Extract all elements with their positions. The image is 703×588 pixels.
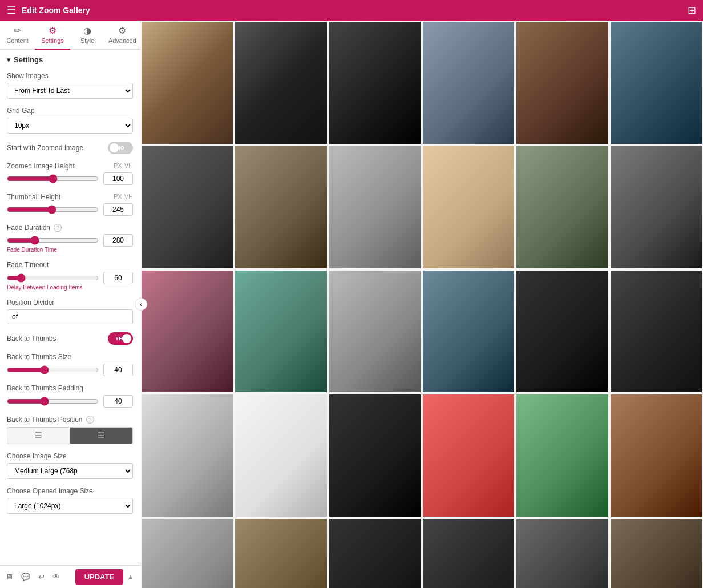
gallery-item[interactable]: [329, 394, 421, 517]
zoomed-height-range[interactable]: [7, 174, 99, 183]
vh-label: VH: [124, 162, 133, 169]
gallery-item[interactable]: [142, 22, 233, 144]
sidebar: ✏ Content ⚙ Settings ◑ Style ⚙ Advanced …: [0, 21, 140, 588]
back-to-thumbs-toggle[interactable]: YES: [108, 332, 133, 345]
choose-opened-row: Choose Opened Image Size Large (1024px) …: [7, 487, 133, 514]
chat-icon[interactable]: 💬: [21, 573, 30, 581]
fade-timeout-range[interactable]: [7, 273, 99, 283]
start-zoomed-label: Start with Zoomed Image: [7, 144, 83, 152]
fade-duration-slider-row: [7, 234, 133, 247]
gallery-item[interactable]: [329, 271, 421, 393]
grid-gap-row: Grid Gap 10px 5px 15px 20px: [7, 107, 133, 134]
fade-duration-input[interactable]: [103, 234, 133, 247]
gallery-item[interactable]: [516, 22, 608, 144]
choose-image-size-select[interactable]: Medium Large (768p Thumbnail Medium Larg…: [7, 463, 133, 479]
menu-icon[interactable]: ☰: [7, 4, 16, 17]
back-to-thumbs-padding-input[interactable]: [103, 395, 133, 408]
gallery-item[interactable]: [329, 22, 421, 144]
position-divider-input[interactable]: [7, 309, 133, 324]
thumbnail-height-range[interactable]: [7, 205, 99, 214]
back-to-thumbs-padding-range[interactable]: [7, 397, 99, 406]
gallery-item[interactable]: [423, 519, 514, 588]
gallery-item[interactable]: [235, 146, 326, 268]
gallery-item[interactable]: [235, 519, 326, 588]
gallery-item[interactable]: [235, 271, 326, 393]
gallery-item[interactable]: [142, 271, 233, 393]
fade-duration-label: Fade Duration: [7, 224, 50, 232]
start-zoomed-toggle[interactable]: NO: [108, 142, 133, 154]
gallery-item[interactable]: [142, 394, 233, 517]
back-to-thumbs-padding-slider-row: [7, 395, 133, 408]
show-images-label: Show Images: [7, 72, 133, 80]
gallery-item[interactable]: [235, 22, 326, 144]
choose-opened-select[interactable]: Large (1024px) Thumbnail Medium Medium L…: [7, 498, 133, 514]
grid-icon[interactable]: ⊞: [688, 4, 696, 17]
gallery-item[interactable]: [611, 519, 702, 588]
position-left-btn[interactable]: ☰: [7, 427, 70, 444]
back-to-thumbs-size-range[interactable]: [7, 365, 99, 374]
position-divider-label: Position Divider: [7, 299, 133, 307]
start-zoomed-row: Start with Zoomed Image NO: [7, 142, 133, 154]
fade-duration-sublabel: Fade Duration Time: [7, 247, 133, 253]
grid-gap-select[interactable]: 10px 5px 15px 20px: [7, 118, 133, 134]
fade-timeout-sublabel: Delay Between Loading Items: [7, 284, 133, 291]
undo-icon[interactable]: ↩: [38, 573, 45, 581]
choose-image-size-label: Choose Image Size: [7, 452, 133, 460]
eye-icon[interactable]: 👁: [52, 573, 60, 581]
fade-duration-help-icon[interactable]: ?: [54, 224, 62, 232]
px-label: PX: [114, 162, 122, 169]
back-to-thumbs-slider: YES: [108, 332, 133, 345]
update-chevron[interactable]: ▲: [127, 573, 134, 581]
gallery-item[interactable]: [423, 271, 514, 393]
gallery-item[interactable]: [611, 146, 702, 268]
position-right-btn[interactable]: ☰: [70, 427, 133, 444]
back-to-thumbs-size-label: Back to Thumbs Size: [7, 353, 133, 361]
tab-bar: ✏ Content ⚙ Settings ◑ Style ⚙ Advanced: [0, 21, 140, 50]
gallery-item[interactable]: [423, 394, 514, 517]
tab-settings-label: Settings: [41, 37, 64, 44]
gallery-item[interactable]: [235, 394, 326, 517]
fade-timeout-slider-row: [7, 272, 133, 284]
monitor-icon[interactable]: 🖥: [6, 573, 13, 581]
gallery-item[interactable]: [611, 22, 702, 144]
gallery-item[interactable]: [516, 146, 608, 268]
gallery-item[interactable]: [516, 519, 608, 588]
zoomed-height-input[interactable]: [103, 172, 133, 185]
back-to-thumbs-padding-row: Back to Thumbs Padding: [7, 384, 133, 408]
tab-advanced[interactable]: ⚙ Advanced: [105, 21, 140, 50]
thumbnail-height-input[interactable]: [103, 203, 133, 216]
gallery-item[interactable]: [142, 146, 233, 268]
gallery-item[interactable]: [611, 394, 702, 517]
fade-duration-row: Fade Duration ? Fade Duration Time: [7, 224, 133, 253]
bottom-icons: 🖥 💬 ↩ 👁: [6, 573, 60, 581]
sidebar-collapse-arrow[interactable]: ‹: [135, 298, 147, 311]
gallery-item[interactable]: [423, 22, 514, 144]
back-to-thumbs-size-slider-row: [7, 364, 133, 376]
advanced-icon: ⚙: [118, 25, 126, 36]
style-icon: ◑: [83, 25, 91, 36]
tab-content[interactable]: ✏ Content: [0, 21, 35, 50]
thumbnail-height-label: Thumbnail Height: [7, 193, 60, 201]
position-help-icon[interactable]: ?: [86, 416, 94, 424]
tab-settings[interactable]: ⚙ Settings: [35, 21, 70, 50]
back-to-thumbs-label: Back to Thumbs: [7, 335, 56, 343]
back-to-thumbs-padding-label: Back to Thumbs Padding: [7, 384, 133, 392]
gallery-item[interactable]: [611, 271, 702, 393]
tab-style[interactable]: ◑ Style: [70, 21, 105, 50]
gallery-item[interactable]: [516, 394, 608, 517]
fade-timeout-input[interactable]: [103, 272, 133, 284]
settings-icon: ⚙: [49, 25, 56, 36]
gallery-item[interactable]: [142, 519, 233, 588]
gallery-item[interactable]: [516, 271, 608, 393]
choose-opened-label: Choose Opened Image Size: [7, 487, 133, 495]
back-to-thumbs-size-input[interactable]: [103, 364, 133, 376]
thumbnail-height-slider-row: [7, 203, 133, 216]
update-button[interactable]: UPDATE: [75, 569, 123, 585]
thumbnail-height-units: PX VH: [114, 193, 133, 200]
gallery-item[interactable]: [423, 146, 514, 268]
gallery-item[interactable]: [329, 146, 421, 268]
show-images-select[interactable]: From First To Last From Last To First Ra…: [7, 83, 133, 99]
gallery-item[interactable]: [329, 519, 421, 588]
fade-duration-range[interactable]: [7, 236, 99, 245]
tab-advanced-label: Advanced: [108, 37, 136, 44]
